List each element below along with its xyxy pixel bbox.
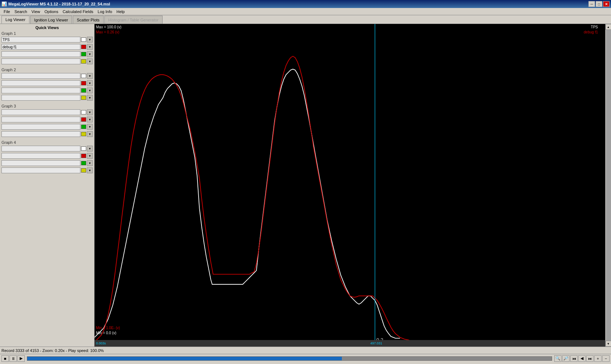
channel-dropdown-g3-c4[interactable]: ▼ — [87, 131, 93, 137]
channel-dropdown-g2-c4[interactable]: ▼ — [87, 95, 93, 101]
chart-max-red: Max = 0.26 (v) — [96, 30, 121, 35]
chart-area[interactable]: 0.2 100.0 Max = 100.0 (v) Max = 0.26 (v)… — [95, 24, 605, 347]
channel-input-g4-c1[interactable] — [1, 146, 80, 151]
color-swatch-g2-c4[interactable] — [81, 96, 86, 100]
channel-input-g2-c2[interactable] — [1, 80, 80, 86]
channel-dropdown-g3-c3[interactable]: ▼ — [87, 124, 93, 130]
scroll-down-arrow[interactable]: ▼ — [606, 341, 611, 347]
statusbar: Record 3333 of 4153 - Zoom: 0.20x - Play… — [0, 347, 611, 354]
channel-row-g1-c1: ▼ — [1, 36, 93, 43]
channel-input-g1-c3[interactable] — [1, 51, 80, 57]
stop-button[interactable]: ■ — [1, 355, 9, 362]
channel-input-g2-c4[interactable] — [1, 95, 80, 101]
channel-row-g4-c4: ▼ — [1, 167, 93, 174]
channel-input-g4-c4[interactable] — [1, 167, 80, 173]
channel-dropdown-g4-c4[interactable]: ▼ — [87, 167, 93, 173]
channel-row-g3-c4: ▼ — [1, 131, 93, 137]
graphs-container: Graph 1▼▼▼▼Graph 2▼▼▼▼Graph 3▼▼▼▼Graph 4… — [1, 31, 93, 174]
chart-debugf1-label: debug f1 — [584, 30, 598, 35]
tab-2[interactable]: Scatter Plots — [73, 16, 103, 24]
controls-bar: ■ ⏸ ▶ 🔍 🔎 ⏮ ◀ ⏭ + − — [0, 354, 611, 363]
color-swatch-g3-c2[interactable] — [81, 117, 86, 122]
color-swatch-g2-c3[interactable] — [81, 88, 86, 93]
channel-input-g1-c1[interactable] — [1, 37, 80, 43]
graph-label-1: Graph 1 — [1, 31, 93, 36]
menu-item-search[interactable]: Search — [12, 9, 29, 15]
color-swatch-g2-c1[interactable] — [81, 74, 86, 78]
zoom-in-button[interactable]: 🔍 — [554, 355, 562, 362]
chart-svg: 0.2 100.0 — [95, 24, 605, 347]
timeline[interactable]: 0.003s 497.031 — [95, 340, 605, 347]
channel-dropdown-g3-c1[interactable]: ▼ — [87, 109, 93, 115]
graph-section-1: Graph 1▼▼▼▼ — [1, 31, 93, 65]
channel-dropdown-g2-c2[interactable]: ▼ — [87, 80, 93, 86]
channel-input-g3-c3[interactable] — [1, 124, 80, 130]
channel-row-g2-c2: ▼ — [1, 80, 93, 86]
graph-section-4: Graph 4▼▼▼▼ — [1, 140, 93, 174]
tab-3: Histogram / Table Generator — [104, 16, 163, 24]
channel-dropdown-g4-c1[interactable]: ▼ — [87, 146, 93, 151]
channel-dropdown-g1-c3[interactable]: ▼ — [87, 51, 93, 57]
channel-input-g2-c1[interactable] — [1, 73, 80, 79]
channel-input-g4-c3[interactable] — [1, 160, 80, 166]
scroll-track[interactable] — [606, 30, 611, 341]
menu-item-options[interactable]: Options — [42, 9, 60, 15]
channel-input-g3-c4[interactable] — [1, 131, 80, 137]
graph-section-2: Graph 2▼▼▼▼ — [1, 68, 93, 101]
tab-0[interactable]: Log Viewer — [1, 16, 29, 24]
color-swatch-g3-c4[interactable] — [81, 132, 86, 136]
channel-input-g3-c2[interactable] — [1, 117, 80, 122]
channel-row-g2-c4: ▼ — [1, 94, 93, 101]
minimize-button[interactable]: ─ — [588, 1, 595, 7]
channel-dropdown-g4-c3[interactable]: ▼ — [87, 160, 93, 166]
color-swatch-g2-c2[interactable] — [81, 81, 86, 85]
plus-button[interactable]: + — [594, 355, 602, 362]
channel-input-g2-c3[interactable] — [1, 88, 80, 93]
zoom-out-button[interactable]: 🔎 — [562, 355, 570, 362]
color-swatch-g1-c2[interactable] — [81, 45, 86, 49]
channel-input-g1-c4[interactable] — [1, 58, 80, 64]
channel-input-g4-c2[interactable] — [1, 153, 80, 159]
channel-dropdown-g1-c4[interactable]: ▼ — [87, 58, 93, 64]
channel-input-g3-c1[interactable] — [1, 109, 80, 115]
color-swatch-g3-c1[interactable] — [81, 110, 86, 114]
channel-row-g3-c2: ▼ — [1, 116, 93, 123]
maximize-button[interactable]: □ — [596, 1, 602, 7]
app-icon: 📊 — [1, 1, 7, 7]
skip-back-button[interactable]: ⏮ — [570, 355, 578, 362]
chart-scrollbar[interactable]: ▲ ▼ — [605, 24, 611, 347]
channel-dropdown-g2-c1[interactable]: ▼ — [87, 73, 93, 79]
color-swatch-g4-c1[interactable] — [81, 146, 86, 151]
channel-input-g1-c2[interactable] — [1, 44, 80, 50]
channel-dropdown-g1-c2[interactable]: ▼ — [87, 44, 93, 50]
minus-button[interactable]: − — [602, 355, 610, 362]
channel-dropdown-g1-c1[interactable]: ▼ — [87, 37, 93, 43]
color-swatch-g1-c1[interactable] — [81, 37, 86, 42]
play-button[interactable]: ▶ — [17, 355, 25, 362]
color-swatch-g4-c3[interactable] — [81, 161, 86, 165]
color-swatch-g1-c4[interactable] — [81, 59, 86, 64]
playback-progress[interactable] — [27, 356, 552, 361]
step-back-button[interactable]: ◀ — [578, 355, 586, 362]
menu-item-help[interactable]: Help — [114, 9, 127, 15]
skip-forward-button[interactable]: ⏭ — [586, 355, 594, 362]
channel-row-g1-c4: ▼ — [1, 58, 93, 65]
color-swatch-g4-c2[interactable] — [81, 154, 86, 158]
menu-item-file[interactable]: File — [1, 9, 12, 15]
pause-button[interactable]: ⏸ — [9, 355, 17, 362]
channel-dropdown-g3-c2[interactable]: ▼ — [87, 117, 93, 122]
menu-item-log-info[interactable]: Log Info — [96, 9, 115, 15]
chart-top-right-labels: TPS debug f1 — [584, 25, 598, 35]
scroll-up-arrow[interactable]: ▲ — [606, 24, 611, 30]
channel-dropdown-g4-c2[interactable]: ▼ — [87, 153, 93, 159]
menu-item-calculated-fields[interactable]: Calculated Fields — [60, 9, 95, 15]
menu-item-view[interactable]: View — [29, 9, 43, 15]
graph-section-3: Graph 3▼▼▼▼ — [1, 104, 93, 137]
color-swatch-g3-c3[interactable] — [81, 125, 86, 129]
color-swatch-g1-c3[interactable] — [81, 52, 86, 56]
color-swatch-g4-c4[interactable] — [81, 168, 86, 173]
channel-dropdown-g2-c3[interactable]: ▼ — [87, 88, 93, 93]
close-button[interactable]: ✕ — [603, 1, 610, 7]
graph-label-2: Graph 2 — [1, 68, 93, 72]
tab-1[interactable]: Ignition Log Viewer — [30, 16, 72, 24]
